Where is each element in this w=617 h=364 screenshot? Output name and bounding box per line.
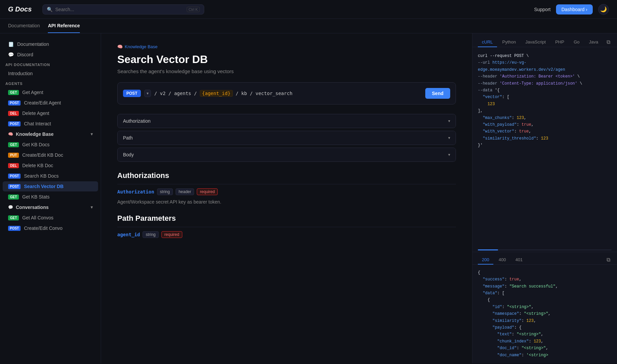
method-badge: POST: [123, 90, 141, 97]
tab-curl[interactable]: cURL: [478, 37, 497, 47]
authorization-section: Authorization ▾: [117, 114, 456, 128]
code-line: }': [478, 142, 612, 149]
main-layout: 🗒️ Documentation 💬 Discord API Documenta…: [0, 33, 617, 363]
sidebar-item-discord[interactable]: 💬 Discord: [3, 50, 98, 60]
auth-required-badge: required: [197, 188, 218, 195]
path-param-required-badge: required: [161, 231, 182, 238]
resp-line: "doc_id": "<string>",: [478, 345, 612, 352]
sidebar-item-get-all-convos[interactable]: GET Get All Convos: [3, 213, 98, 223]
sidebar-item-get-kb-stats[interactable]: GET Get KB Stats: [3, 192, 98, 202]
code-line: "with_payload": true,: [478, 121, 612, 128]
body-section: Body ▾: [117, 148, 456, 162]
authorization-header[interactable]: Authorization ▾: [118, 114, 456, 128]
api-docs-section-title: API Documentation: [0, 60, 101, 68]
auth-location-badge: header: [176, 188, 194, 195]
sidebar-item-documentation[interactable]: 🗒️ Documentation: [3, 39, 98, 49]
discord-icon: 💬: [8, 52, 14, 57]
sidebar-item-search-kb-docs[interactable]: POST Search KB Docs: [3, 171, 98, 181]
resp-line: "payload": {: [478, 324, 612, 331]
auth-description: Agent/Workspace secret API key as bearer…: [117, 199, 456, 205]
tab-go[interactable]: Go: [569, 37, 583, 47]
auth-type-badge: string: [157, 188, 173, 195]
tab-documentation[interactable]: Documentation: [8, 19, 40, 33]
tab-java[interactable]: Java: [585, 37, 602, 47]
code-line: ],: [478, 108, 612, 114]
path-section: Path ▾: [117, 131, 456, 145]
support-button[interactable]: Support: [534, 7, 551, 12]
sidebar-item-create-agent[interactable]: POST Create/Edit Agent: [3, 98, 98, 108]
path-param-name: agent_id: [117, 232, 140, 237]
code-line: "similarity_threshold": 123: [478, 135, 612, 142]
sidebar-item-chat-interact[interactable]: POST Chat Interact: [3, 119, 98, 129]
sidebar-item-delete-kb-doc[interactable]: DEL Delete KB Doc: [3, 160, 98, 171]
doc-icon: 🗒️: [8, 41, 14, 47]
resp-line: "similarity": 123,: [478, 317, 612, 324]
code-line: "vector": [: [478, 94, 612, 100]
sidebar-item-search-vector-db[interactable]: POST Search Vector DB: [3, 181, 98, 191]
conversations-chevron: ▾: [91, 205, 93, 210]
resp-line: "message": "Search successful",: [478, 283, 612, 290]
tab-javascript[interactable]: JavaScript: [521, 37, 550, 47]
code-line: "max_chunks": 123,: [478, 115, 612, 121]
code-scrollbar[interactable]: [478, 249, 612, 250]
path-header[interactable]: Path ▾: [118, 131, 456, 145]
body-header[interactable]: Body ▾: [118, 148, 456, 161]
sidebar-item-get-agent[interactable]: GET Get Agent: [3, 87, 98, 97]
method-dropdown[interactable]: ▾: [144, 90, 151, 97]
path-param-type-badge: string: [143, 231, 158, 238]
response-section: 200 400 401 ⧉ { "success": true, "messag…: [472, 252, 617, 363]
sidebar-item-create-kb-doc[interactable]: PUT Create/Edit KB Doc: [3, 150, 98, 160]
auth-chevron-icon: ▾: [448, 119, 450, 123]
kb-chevron: ▾: [91, 132, 93, 136]
search-icon: 🔍: [47, 7, 53, 12]
code-tabs: cURL Python JavaScript PHP Go Java ⧉: [472, 33, 617, 47]
sidebar-conversations-group[interactable]: 💬 Conversations ▾: [3, 202, 98, 212]
send-button[interactable]: Send: [425, 88, 450, 99]
tab-python[interactable]: Python: [498, 37, 520, 47]
sidebar-item-delete-agent[interactable]: DEL Delete Agent: [3, 108, 98, 118]
copy-response-button[interactable]: ⧉: [605, 255, 612, 264]
auth-params-row: Authorization string header required: [117, 188, 456, 195]
sidebar-item-create-edit-convo[interactable]: POST Create/Edit Convo: [3, 223, 98, 233]
sidebar-item-get-kb-docs[interactable]: GET Get KB Docs: [3, 140, 98, 150]
path-params-title: Path Parameters: [117, 214, 456, 227]
copy-code-button[interactable]: ⧉: [605, 38, 612, 47]
tab-api-reference[interactable]: API Reference: [48, 19, 80, 33]
code-line: --header 'Content-Type: application/json…: [478, 80, 612, 87]
kb-icon: 🧠: [8, 132, 13, 136]
sidebar-item-introduction[interactable]: Introduction: [3, 68, 98, 79]
logo: G Docs: [8, 5, 32, 13]
resp-tab-400[interactable]: 400: [495, 255, 510, 265]
page-subtitle: Searches the agent's knowledge base usin…: [117, 68, 456, 74]
code-block: curl --request POST \ --url https://eu-v…: [472, 47, 617, 248]
code-line: --header 'Authorization: Bearer <token>'…: [478, 73, 612, 80]
response-tabs: 200 400 401 ⧉: [472, 252, 617, 265]
keyboard-shortcut: Ctrl K: [187, 7, 200, 12]
code-line: 123: [478, 101, 612, 108]
resp-line: "data": [: [478, 290, 612, 297]
resp-tab-200[interactable]: 200: [478, 255, 493, 265]
resp-tab-401[interactable]: 401: [511, 255, 527, 265]
search-bar[interactable]: 🔍 Ctrl K: [42, 4, 204, 14]
breadcrumb: 🧠 Knowledge Base: [117, 44, 456, 49]
resp-line: "success": true,: [478, 276, 612, 283]
path-chevron-icon: ▾: [448, 135, 450, 140]
main-content: 🧠 Knowledge Base Search Vector DB Search…: [101, 33, 472, 363]
search-input[interactable]: [55, 7, 184, 12]
tab-bar: Documentation API Reference: [0, 19, 617, 33]
breadcrumb-link[interactable]: 🧠 Knowledge Base: [117, 44, 158, 49]
code-line: curl --request POST \: [478, 53, 612, 59]
endpoint-row: POST ▾ / v2 / agents / {agent_id} / kb /…: [123, 88, 450, 99]
resp-line: "doc_name": '<string>: [478, 352, 612, 359]
authorizations-title: Authorizations: [117, 171, 456, 184]
page-title: Search Vector DB: [117, 53, 456, 66]
dashboard-button[interactable]: Dashboard ›: [556, 4, 593, 14]
path-params-row: agent_id string required: [117, 231, 456, 238]
endpoint-path: / v2 / agents / {agent_id} / kb / vector…: [154, 91, 422, 96]
tab-php[interactable]: PHP: [551, 37, 568, 47]
code-panel: cURL Python JavaScript PHP Go Java ⧉ cur…: [472, 33, 617, 363]
sidebar-kb-group[interactable]: 🧠 Knowledge Base ▾: [3, 129, 98, 139]
sidebar: 🗒️ Documentation 💬 Discord API Documenta…: [0, 33, 101, 363]
code-line: "with_vector": true,: [478, 128, 612, 135]
theme-toggle-button[interactable]: 🌙: [598, 4, 609, 15]
